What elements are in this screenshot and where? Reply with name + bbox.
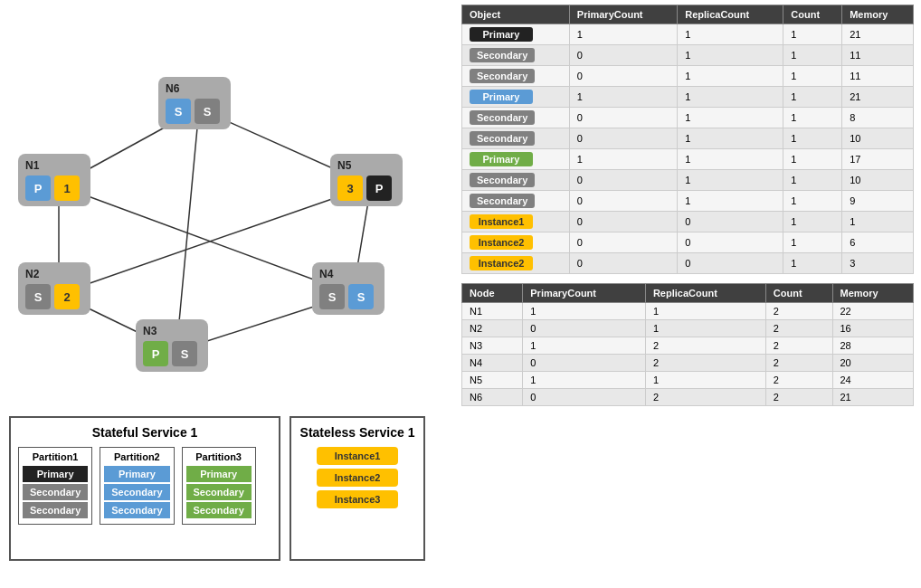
obj-cell: 1	[783, 66, 842, 87]
tables-area: ObjectPrimaryCountReplicaCountCountMemor…	[461, 5, 914, 415]
table-row: N402220	[462, 355, 914, 372]
stateless-instance: Instance2	[317, 469, 398, 487]
badge-3: 3	[337, 175, 363, 201]
obj-header: PrimaryCount	[569, 5, 677, 24]
obj-cell: 1	[783, 24, 842, 45]
stateless-instance: Instance1	[317, 447, 398, 465]
table-row: Secondary0118	[462, 108, 914, 128]
table-row: N111222	[462, 303, 914, 320]
table-row: N312228	[462, 337, 914, 355]
partition-partition2: Partition2PrimarySecondarySecondary	[100, 447, 174, 525]
obj-cell: 11	[842, 66, 914, 87]
obj-cell: 0	[569, 170, 677, 191]
badge-s: S	[166, 99, 191, 124]
node-n3: N3PS	[136, 319, 208, 372]
obj-cell: 17	[842, 149, 914, 170]
node-label-n6: N6	[166, 82, 223, 95]
node-items-n3: PS	[143, 341, 201, 366]
stateless-instance: Instance3	[317, 490, 398, 508]
partition-item: Secondary	[23, 484, 88, 500]
node-cell: 2	[765, 355, 832, 372]
obj-cell: Secondary	[462, 108, 570, 128]
node-cell: 1	[645, 303, 765, 320]
partition-title: Partition1	[23, 451, 88, 462]
table-row: Primary11121	[462, 87, 914, 108]
obj-cell: Secondary	[462, 170, 570, 191]
stateful-legend: Stateful Service 1 Partition1PrimarySeco…	[9, 416, 280, 561]
obj-cell: 8	[842, 108, 914, 128]
stateless-legend: Stateless Service 1 Instance1Instance2In…	[290, 416, 425, 561]
badge-2: 2	[54, 284, 80, 309]
node-items-n2: S2	[25, 284, 83, 309]
obj-cell: Instance2	[462, 253, 570, 274]
obj-cell: 1	[678, 191, 783, 212]
node-cell: 2	[645, 389, 765, 406]
obj-cell: Secondary	[462, 191, 570, 212]
badge-s: S	[172, 341, 197, 366]
obj-cell: 21	[842, 24, 914, 45]
node-header: Node	[462, 284, 523, 303]
table-row: Primary11117	[462, 149, 914, 170]
partitions-container: Partition1PrimarySecondarySecondaryParti…	[18, 447, 271, 525]
node-cell: 0	[523, 355, 646, 372]
node-table-header: NodePrimaryCountReplicaCountCountMemory	[462, 284, 914, 303]
table-row: Secondary01110	[462, 170, 914, 191]
node-header: PrimaryCount	[523, 284, 646, 303]
node-table-body: N111222N201216N312228N402220N511224N6022…	[462, 303, 914, 406]
badge-p: P	[25, 175, 51, 201]
partition-item: Secondary	[23, 502, 88, 518]
table-row: Secondary01111	[462, 45, 914, 66]
obj-cell: 1	[783, 170, 842, 191]
obj-cell: 1	[783, 149, 842, 170]
obj-cell: 10	[842, 170, 914, 191]
partition-item: Secondary	[104, 502, 169, 518]
node-label-n2: N2	[25, 268, 83, 280]
obj-cell: 6	[842, 232, 914, 253]
table-row: Instance20016	[462, 232, 914, 253]
node-cell: N4	[462, 355, 523, 372]
obj-cell: 1	[783, 45, 842, 66]
table-row: N511224	[462, 372, 914, 389]
badge-p: P	[143, 341, 168, 366]
node-cell: 2	[765, 303, 832, 320]
node-n1: N1P1	[18, 154, 90, 206]
node-n4: N4SS	[312, 262, 385, 315]
obj-cell: Secondary	[462, 66, 570, 87]
obj-cell: 0	[569, 108, 677, 128]
node-cell: 28	[832, 337, 914, 355]
node-items-n4: SS	[319, 284, 377, 309]
node-header: Count	[765, 284, 832, 303]
badge-s: S	[195, 99, 220, 124]
node-cell: 1	[645, 320, 765, 337]
object-table-body: Primary11121Secondary01111Secondary01111…	[462, 24, 914, 274]
node-label-n1: N1	[25, 159, 83, 172]
obj-cell: Primary	[462, 24, 570, 45]
node-cell: 1	[523, 372, 646, 389]
partition-title: Partition3	[186, 451, 252, 462]
table-row: Instance10011	[462, 212, 914, 232]
svg-line-6	[59, 185, 353, 294]
obj-cell: 1	[783, 87, 842, 108]
obj-cell: 1	[678, 128, 783, 149]
obj-cell: 1	[783, 191, 842, 212]
node-cell: 2	[765, 372, 832, 389]
node-label-n5: N5	[337, 159, 395, 172]
obj-cell: 1	[783, 128, 842, 149]
partition-item: Secondary	[186, 502, 252, 518]
obj-header: Object	[462, 5, 570, 24]
legend-area: Stateful Service 1 Partition1PrimarySeco…	[0, 407, 443, 588]
node-cell: 2	[765, 389, 832, 406]
table-row: Secondary01111	[462, 66, 914, 87]
obj-cell: 0	[569, 191, 677, 212]
badge-s: S	[25, 284, 51, 309]
obj-cell: 10	[842, 128, 914, 149]
obj-cell: Instance1	[462, 212, 570, 232]
obj-cell: 1	[678, 45, 783, 66]
node-cell: N2	[462, 320, 523, 337]
node-label-n4: N4	[319, 268, 377, 280]
obj-cell: 0	[569, 232, 677, 253]
node-header: Memory	[832, 284, 914, 303]
obj-header: Memory	[842, 5, 914, 24]
obj-cell: Primary	[462, 87, 570, 108]
obj-cell: 0	[569, 212, 677, 232]
